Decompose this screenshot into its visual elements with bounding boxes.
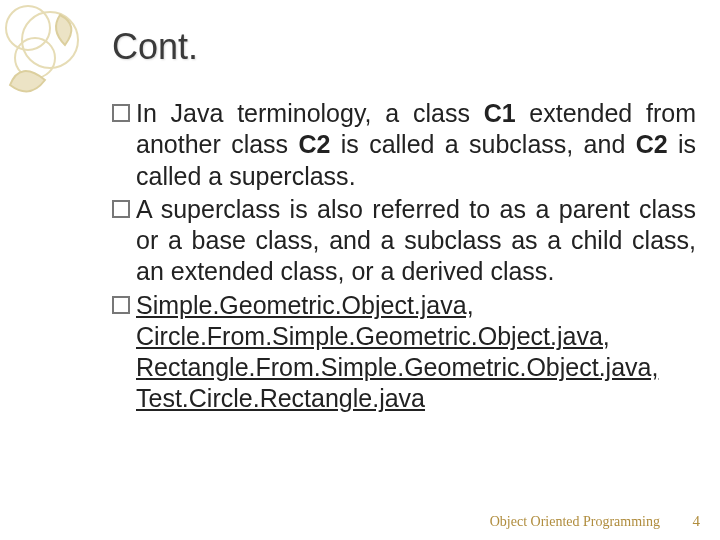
bullet-2: A superclass is also referred to as a pa…: [112, 194, 696, 288]
file-link-2[interactable]: Circle.From.Simple.Geometric.Object.java…: [136, 322, 610, 350]
slide-title: Cont.: [112, 26, 198, 68]
page-number: 4: [693, 513, 701, 530]
bullet-marker-icon: [112, 104, 130, 122]
slide-content: In Java terminology, a class C1 extended…: [112, 98, 696, 417]
file-link-3[interactable]: Rectangle.From.Simple.Geometric.Object.j…: [136, 353, 658, 381]
bullet-1-text: In Java terminology, a class C1 extended…: [136, 98, 696, 192]
bullet-marker-icon: [112, 200, 130, 218]
bullet-1: In Java terminology, a class C1 extended…: [112, 98, 696, 192]
bullet-3-text: Simple.Geometric.Object.java, Circle.Fro…: [136, 290, 696, 415]
bullet-2-text: A superclass is also referred to as a pa…: [136, 194, 696, 288]
file-link-4[interactable]: Test.Circle.Rectangle.java: [136, 384, 425, 412]
file-link-1[interactable]: Simple.Geometric.Object.java,: [136, 291, 474, 319]
bullet-3: Simple.Geometric.Object.java, Circle.Fro…: [112, 290, 696, 415]
svg-point-1: [22, 12, 78, 68]
footer-text: Object Oriented Programming: [490, 514, 660, 530]
decorative-ornament: [0, 0, 130, 130]
bullet-marker-icon: [112, 296, 130, 314]
